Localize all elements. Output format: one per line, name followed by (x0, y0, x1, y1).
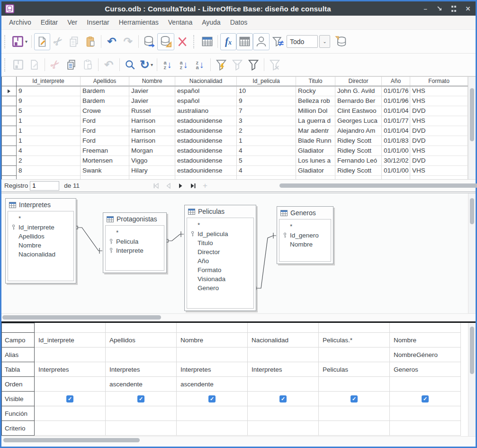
diagram-horizontal-scrollbar[interactable] (1, 313, 476, 321)
design-column-header[interactable] (390, 323, 461, 333)
undo-button[interactable]: ↶ (104, 33, 120, 50)
maximize-icon[interactable] (450, 5, 458, 12)
diagram-table-peliculas[interactable]: Peliculas * Id_pelicula Titulo Director … (184, 205, 256, 311)
field-row[interactable]: Pelicula (106, 237, 164, 246)
column-header[interactable]: Nacionalidad (175, 77, 237, 86)
remove-filter-button[interactable] (267, 56, 283, 73)
field-row[interactable]: Nacionalidad (8, 250, 73, 259)
design-column-header[interactable] (106, 323, 177, 333)
apply-filter-button[interactable] (229, 56, 245, 73)
sort-ascending-button[interactable]: az ↓ (176, 56, 192, 73)
column-header[interactable]: Director (335, 77, 382, 86)
design-column-header[interactable] (177, 323, 248, 333)
field-row[interactable]: Interprete (106, 246, 164, 255)
menu-editar[interactable]: Editar (36, 16, 63, 29)
scrollbar-thumb[interactable] (470, 327, 474, 374)
field-row[interactable]: Id_genero (279, 231, 331, 240)
toolbar-grip[interactable] (4, 35, 7, 48)
field-row[interactable]: Id_interprete (8, 223, 73, 232)
results-horizontal-scrollbar[interactable] (218, 183, 472, 189)
relation-canvas[interactable]: Interpretes * Id_interprete Apellidos No… (1, 193, 468, 313)
design-horizontal-scrollbar[interactable] (1, 436, 476, 444)
paste-button[interactable] (82, 33, 99, 50)
design-column-header[interactable] (35, 323, 106, 333)
row-selector[interactable] (1, 136, 17, 146)
column-header[interactable]: Apellidos (81, 77, 129, 86)
scrollbar-thumb[interactable] (279, 183, 477, 188)
results-vertical-scrollbar[interactable] (468, 77, 476, 179)
sort-descending-button[interactable]: za ↓ (192, 56, 208, 73)
design-vertical-scrollbar[interactable] (468, 323, 476, 436)
field-row[interactable]: Nombre (279, 240, 331, 249)
previous-record-button[interactable] (163, 181, 173, 191)
edit-record-button[interactable] (26, 56, 42, 73)
undo-record-button[interactable]: ↶ (101, 56, 117, 73)
design-column-header[interactable] (319, 323, 390, 333)
edit-data-button[interactable] (34, 33, 50, 50)
save-button[interactable]: ▾ (10, 33, 29, 50)
clear-query-button[interactable] (174, 33, 190, 50)
menu-datos[interactable]: Datos (225, 16, 252, 29)
field-row[interactable]: Visionada (187, 274, 253, 283)
autofilter-button[interactable] (213, 56, 229, 73)
standard-filter-button[interactable] (245, 56, 261, 73)
record-number-input[interactable] (30, 181, 59, 191)
visible-checkbox[interactable]: ✓ (137, 395, 144, 402)
scrollbar-thumb[interactable] (470, 88, 474, 141)
row-selector[interactable] (1, 166, 17, 176)
save-record-button[interactable] (10, 56, 26, 73)
corner-header-cell[interactable] (1, 77, 17, 86)
visible-checkbox[interactable]: ✓ (279, 395, 287, 402)
add-table-button[interactable] (199, 33, 215, 50)
open-database-button[interactable] (333, 33, 349, 50)
field-row[interactable]: Director (187, 247, 253, 256)
functions-button[interactable]: fx (220, 33, 236, 50)
paste-record-button[interactable] (80, 56, 96, 73)
save-dropdown-icon[interactable]: ▾ (25, 39, 27, 44)
close-icon[interactable]: ✕ (464, 5, 472, 12)
run-query-button[interactable] (141, 33, 157, 50)
design-column-header[interactable] (248, 323, 319, 333)
menu-archivo[interactable]: Archivo (4, 16, 36, 29)
redo-button[interactable]: ↷ (120, 33, 136, 50)
field-row[interactable]: Genero (187, 283, 253, 293)
menu-ver[interactable]: Ver (63, 16, 82, 29)
column-header[interactable]: Id_interprete (17, 77, 81, 86)
column-header[interactable]: Formato (410, 77, 468, 86)
cut-button[interactable]: ✂ (50, 33, 66, 50)
visible-checkbox[interactable]: ✓ (422, 395, 429, 402)
field-row[interactable]: Formato (187, 265, 253, 274)
title-bar[interactable]: Curso.odb : ConsultaTotal - LibreOffice … (1, 1, 476, 16)
copy-button[interactable] (66, 33, 82, 50)
column-header[interactable]: Año (382, 77, 410, 86)
row-selector[interactable] (1, 156, 17, 166)
diagram-vertical-scrollbar[interactable] (468, 193, 476, 313)
scrollbar-thumb[interactable] (470, 198, 474, 224)
field-row[interactable]: Año (187, 256, 253, 265)
row-selector[interactable] (1, 106, 17, 116)
field-row[interactable]: Nombre (8, 241, 73, 250)
diagram-table-generos[interactable]: Generos * Id_genero Nombre (277, 206, 333, 264)
design-view-button[interactable] (157, 33, 174, 50)
field-row[interactable]: * (106, 228, 164, 237)
field-row[interactable]: * (187, 220, 253, 229)
filter-scope-dropdown-icon[interactable]: ⌄ (319, 35, 330, 48)
new-record-button[interactable]: + (200, 181, 210, 191)
scrollbar-thumb[interactable] (2, 315, 161, 320)
find-record-button[interactable] (122, 56, 138, 73)
copy-record-button[interactable] (63, 56, 80, 73)
first-record-button[interactable] (151, 181, 161, 191)
column-header[interactable]: Id_pelicula (237, 77, 296, 86)
distinct-values-button[interactable] (270, 33, 287, 50)
visible-checkbox[interactable]: ✓ (351, 395, 358, 402)
minimize-icon[interactable]: – (422, 5, 429, 12)
column-header[interactable]: Nombre (129, 77, 175, 86)
field-row[interactable]: * (279, 222, 331, 231)
row-selector[interactable] (1, 126, 17, 136)
scrollbar-thumb[interactable] (3, 438, 140, 442)
toolbar-grip[interactable] (4, 58, 7, 72)
menu-insertar[interactable]: Insertar (82, 16, 114, 29)
diagram-table-interpretes[interactable]: Interpretes * Id_interprete Apellidos No… (5, 198, 76, 283)
menu-ayuda[interactable]: Ayuda (197, 16, 225, 29)
row-selector[interactable] (1, 96, 17, 106)
